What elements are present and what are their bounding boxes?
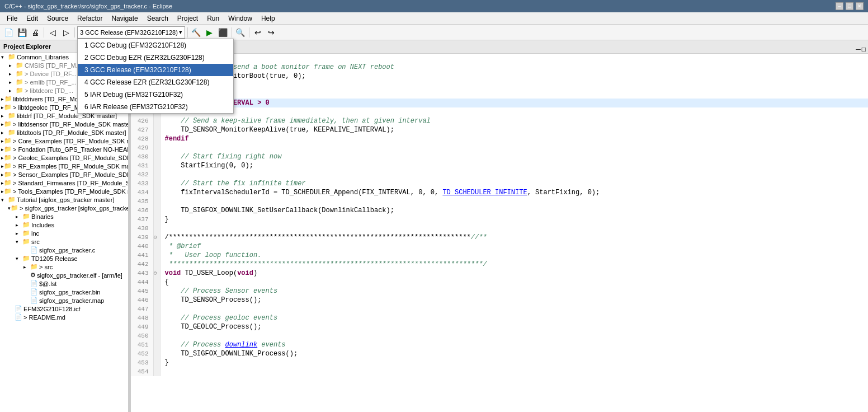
menu-run[interactable]: Run: [202, 13, 224, 24]
save-button[interactable]: 💾: [16, 26, 28, 39]
code-line-content: TD_SENSOR_Process();: [160, 296, 868, 305]
tree-item-includes[interactable]: ▸ 📁 Includes: [0, 221, 128, 229]
folder-icon: 📁: [4, 146, 12, 153]
new-button[interactable]: 📄: [2, 26, 15, 39]
build-option-1[interactable]: 1 GCC Debug (EFM32G210F128): [78, 39, 233, 52]
forward-button[interactable]: ▷: [60, 26, 72, 39]
build-option-5[interactable]: 5 IAR Debug (EFM32TG210F32): [78, 88, 233, 101]
tree-item-inc[interactable]: ▸ 📁 inc: [0, 229, 128, 237]
code-row: 423: [131, 90, 868, 99]
tree-item-core-examples[interactable]: ▸ 📁 > Core_Examples [TD_RF_Module_SDK ma…: [0, 137, 128, 145]
line-marker: [153, 242, 160, 251]
tree-item-standard-firmwares[interactable]: ▸ 📁 > Standard_Firmwares [TD_RF_Module_S…: [0, 179, 128, 187]
folder-icon: 📁: [4, 95, 12, 102]
code-row: 424#if KEEPALIVE_INTERVAL > 0: [131, 99, 868, 107]
redo-button[interactable]: ↪: [265, 26, 277, 39]
menu-edit[interactable]: Edit: [22, 13, 43, 24]
print-button[interactable]: 🖨: [29, 26, 41, 39]
code-line-content: TD_SENSOR_MonitorBoot(true, 0);: [160, 72, 868, 81]
back-button[interactable]: ◁: [46, 26, 59, 39]
folder-icon: 📁: [4, 154, 12, 161]
code-line-content: }: [160, 215, 868, 224]
menu-refactor[interactable]: Refactor: [73, 13, 107, 24]
build-config-button[interactable]: 3 GCC Release (EFM32G210F128) ▾: [77, 26, 185, 39]
line-number: 437: [131, 215, 153, 224]
line-number: 442: [131, 260, 153, 269]
tree-label: > Fondation [Tuto_GPS_Tracker NO-HEAD]: [13, 146, 128, 153]
code-row: 429: [131, 143, 868, 152]
menu-file[interactable]: File: [2, 13, 22, 24]
tree-item-elf[interactable]: ⚙ sigfox_gps_tracker.elf - [arm/le]: [0, 271, 128, 279]
code-line-content: [160, 305, 868, 313]
line-number: 429: [131, 143, 153, 152]
tree-label: > emlib [TD_RF_...: [25, 79, 77, 86]
menu-search[interactable]: Search: [143, 13, 173, 24]
build-button[interactable]: 🔨: [190, 26, 202, 39]
maximize-button[interactable]: □: [846, 2, 853, 10]
line-marker: [153, 215, 160, 224]
tree-item-geoloc-examples[interactable]: ▸ 📁 > Geoloc_Examples [TD_RF_Module_SDK …: [0, 153, 128, 162]
menu-navigate[interactable]: Navigate: [107, 13, 142, 24]
menu-window[interactable]: Window: [224, 13, 257, 24]
expand-arrow-icon: ▸: [9, 88, 16, 93]
build-option-3[interactable]: 3 GCC Release (EFM32G210F128): [78, 64, 233, 76]
code-editor[interactable]: 419 420 // Will only send a boot monitor…: [131, 54, 868, 412]
tree-item-icf[interactable]: 📄 EFM32G210F128.icf: [0, 305, 128, 313]
tree-item-fondation[interactable]: ▸ 📁 > Fondation [Tuto_GPS_Tracker NO-HEA…: [0, 145, 128, 153]
tree-item-src[interactable]: ▾ 📁 src: [0, 237, 128, 246]
build-option-4[interactable]: 4 GCC Release EZR (EZR32LG230F128): [78, 76, 233, 88]
tree-item-bin[interactable]: 📄 sigfox_gps_tracker.bin: [0, 288, 128, 296]
tree-item-lst[interactable]: 📄 $@.lst: [0, 279, 128, 288]
tree-item-src2[interactable]: ▸ 📁 > src: [0, 263, 128, 271]
build-config-dropdown[interactable]: 3 GCC Release (EFM32G210F128) ▾ 1 GCC De…: [77, 26, 185, 39]
code-line-content: [160, 331, 868, 340]
tree-label: Common_Libraries: [17, 54, 69, 60]
code-row: 432: [131, 170, 868, 179]
fold-marker-icon[interactable]: ⊖: [154, 270, 157, 277]
code-table: 419 420 // Will only send a boot monitor…: [131, 54, 868, 376]
menu-help[interactable]: Help: [257, 13, 280, 24]
tree-item-libtdtools[interactable]: ▸ 📁 libtdtools [TD_RF_Module_SDK master]: [0, 128, 128, 137]
editor-maximize-icon[interactable]: □: [862, 45, 866, 53]
tree-item-tutorial[interactable]: ▾ 📁 Tutorial [sigfox_gps_tracker master]: [0, 195, 128, 204]
tree-item-tools-examples[interactable]: ▸ 📁 > Tools_Examples [TD_RF_Module_SDK m…: [0, 187, 128, 195]
undo-button[interactable]: ↩: [252, 26, 264, 39]
line-number: 439: [131, 233, 153, 242]
close-button[interactable]: ✕: [856, 2, 864, 10]
expand-arrow-icon: ▸: [1, 113, 8, 119]
build-option-6[interactable]: 6 IAR Release (EFM32TG210F32): [78, 101, 233, 113]
line-marker: [153, 287, 160, 296]
tree-item-td1205[interactable]: ▾ 📁 TD1205 Release: [0, 254, 128, 263]
menu-project[interactable]: Project: [173, 13, 202, 24]
tree-item-rf-examples[interactable]: ▸ 📁 > RF_Examples [TD_RF_Module_SDK mast…: [0, 162, 128, 170]
build-config-menu[interactable]: 1 GCC Debug (EFM32G210F128) 2 GCC Debug …: [77, 39, 234, 114]
expand-arrow-icon: ▸: [9, 63, 16, 68]
tree-item-map[interactable]: 📄 sigfox_gps_tracker.map: [0, 296, 128, 305]
tree-item-libtdsensor[interactable]: ▸ 📁 > libtdsensor [TD_RF_Module_SDK mast…: [0, 120, 128, 128]
fold-marker-icon[interactable]: ⊖: [154, 235, 157, 241]
code-line-content: [160, 90, 868, 99]
line-number: 447: [131, 305, 153, 313]
code-line-content: [160, 143, 868, 152]
tree-item-binaries[interactable]: ▸ 📁 Binaries: [0, 212, 128, 221]
menu-source[interactable]: Source: [43, 13, 73, 24]
tree-item-readme[interactable]: 📄 > README.md: [0, 313, 128, 321]
line-marker: [153, 251, 160, 260]
folder-icon: 📁: [30, 263, 38, 270]
code-row: 447: [131, 305, 868, 313]
expand-arrow-icon: ▾: [16, 256, 22, 261]
folder-icon: 📁: [22, 230, 30, 237]
tree-item-sigfox-gps[interactable]: ▾ 📁 > sigfox_gps_tracker [sigfox_gps_tra…: [0, 204, 128, 212]
tree-item-sensor-examples[interactable]: ▸ 📁 > Sensor_Examples [TD_RF_Module_SDK …: [0, 170, 128, 179]
search-toolbar-button[interactable]: 🔍: [234, 26, 247, 39]
editor-minimize-icon[interactable]: ─: [856, 45, 861, 53]
tree-label: TD1205 Release: [31, 255, 78, 262]
code-line-content: TD_SENSOR_MonitorKeepAlive(true, KEEPALI…: [160, 125, 868, 134]
editor-panel: 📄 sigfox_gps_tracker.c ✕ ─ □ 419 420 // …: [131, 40, 868, 412]
map-file-icon: 📄: [30, 297, 38, 304]
minimize-button[interactable]: –: [836, 2, 843, 10]
build-option-2[interactable]: 2 GCC Debug EZR (EZR32LG230F128): [78, 52, 233, 64]
tree-item-main-c[interactable]: 📄 sigfox_gps_tracker.c: [0, 246, 128, 254]
stop-button[interactable]: ⬛: [217, 26, 229, 39]
run-button[interactable]: ▶: [204, 26, 216, 39]
